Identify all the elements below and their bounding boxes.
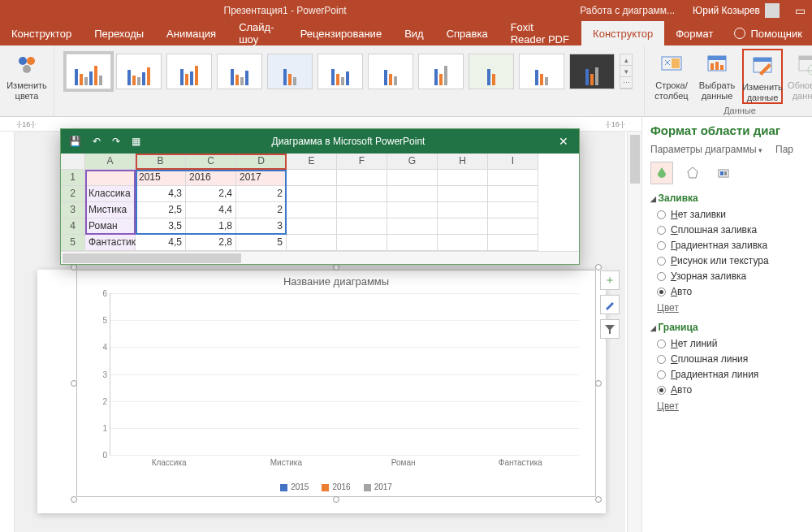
table-icon[interactable]: ▦: [132, 136, 140, 147]
chart-style-3[interactable]: [166, 54, 212, 89]
format-pane: Формат области диаг Параметры диаграммы …: [641, 117, 812, 532]
data-sheet-titlebar[interactable]: 💾 ↶ ↷ ▦ Диаграмма в Microsoft PowerPoint…: [61, 129, 579, 154]
workspace: ·|·16·|· ·|·16·|· Название диаграммы 012…: [0, 117, 812, 532]
tab-chart-format[interactable]: Формат: [664, 21, 724, 45]
select-data-button[interactable]: Выбрать данные: [697, 49, 737, 101]
chart-styles-more[interactable]: ▴▾⋯: [620, 54, 633, 89]
chart-filter-button[interactable]: [600, 319, 620, 339]
refresh-icon: [795, 52, 812, 78]
edit-data-button[interactable]: Изменить данные: [742, 49, 783, 104]
svg-rect-17: [720, 171, 723, 175]
svg-point-2: [23, 65, 31, 73]
data-sheet-title: Диаграмма в Microsoft PowerPoint: [152, 136, 545, 147]
slide-area: ·|·16·|· ·|·16·|· Название диаграммы 012…: [0, 117, 641, 532]
chart-style-1[interactable]: [66, 54, 111, 89]
svg-rect-18: [724, 171, 727, 175]
tab-review[interactable]: Рецензирование: [289, 21, 393, 45]
radio-option[interactable]: Сплошная линия: [657, 353, 807, 365]
fill-line-icon[interactable]: [650, 162, 673, 184]
chart-styles-gallery[interactable]: ▴▾⋯: [61, 49, 637, 116]
user-name: Юрий Козырев: [693, 5, 760, 16]
change-colors-button[interactable]: Изменить цвета: [6, 49, 47, 101]
bulb-icon: [734, 28, 745, 39]
tell-me[interactable]: Помощник: [724, 21, 812, 45]
data-sheet-grid[interactable]: ABCDEFGHI12015201620172Классика4,32,423М…: [61, 154, 579, 251]
avatar-icon: [765, 3, 780, 18]
data-sheet-window[interactable]: 💾 ↶ ↷ ▦ Диаграмма в Microsoft PowerPoint…: [60, 128, 580, 265]
select-data-icon: [704, 52, 730, 78]
svg-rect-6: [708, 56, 726, 60]
ribbon: Изменить цвета ▴▾⋯ Строка/ столбец: [0, 45, 812, 117]
redo-icon[interactable]: ↷: [112, 136, 120, 147]
svg-rect-7: [710, 63, 714, 70]
border-section-header[interactable]: Граница: [650, 322, 807, 333]
chart-style-6[interactable]: [317, 54, 363, 89]
title-bar: Презентация1 - PowerPoint Работа с диагр…: [0, 0, 812, 21]
format-category-icons: [650, 162, 807, 184]
group-colors: Изменить цвета: [0, 45, 54, 116]
svg-rect-4: [672, 58, 680, 68]
data-sheet-grid-wrap: ABCDEFGHI12015201620172Классика4,32,423М…: [61, 154, 579, 251]
effects-icon[interactable]: [681, 162, 704, 184]
format-pane-title: Формат области диаг: [650, 123, 807, 137]
chart-style-2[interactable]: [116, 54, 162, 89]
radio-option[interactable]: Рисунок или текстура: [657, 255, 807, 266]
switch-row-col-button[interactable]: Строка/ столбец: [651, 49, 692, 101]
window-restore-icon[interactable]: ▭: [788, 4, 812, 17]
radio-option[interactable]: Нет линий: [657, 338, 807, 349]
svg-point-1: [27, 57, 35, 65]
slide-canvas[interactable]: Название диаграммы 0123456КлассикаМистик…: [15, 132, 625, 532]
tab-design[interactable]: Конструктор: [0, 21, 83, 45]
svg-point-14: [808, 65, 812, 75]
tab-foxit[interactable]: Foxit Reader PDF: [499, 21, 581, 45]
radio-option[interactable]: Нет заливки: [657, 209, 807, 220]
chart-style-5[interactable]: [267, 54, 313, 89]
radio-option[interactable]: Авто: [657, 286, 807, 297]
ruler-vertical: [0, 132, 15, 532]
tab-chart-design[interactable]: Конструктор: [581, 21, 664, 45]
tab-help[interactable]: Справка: [435, 21, 499, 45]
switch-icon: [659, 52, 685, 78]
tab-slideshow[interactable]: Слайд-шоу: [227, 21, 289, 45]
radio-option[interactable]: Градиентная линия: [657, 369, 807, 380]
chart-elements-button[interactable]: ＋: [600, 270, 620, 290]
chart-styles-button[interactable]: [600, 295, 620, 314]
save-icon[interactable]: 💾: [69, 136, 81, 147]
chart-style-9[interactable]: [469, 54, 514, 89]
group-data-label: Данные: [723, 104, 756, 118]
text-options-tab[interactable]: Пар: [775, 144, 793, 155]
chart-style-11[interactable]: [569, 54, 615, 89]
window-title: Презентация1 - PowerPoint: [0, 5, 570, 16]
chart-side-buttons: ＋: [600, 270, 620, 339]
tab-animation[interactable]: Анимация: [155, 21, 227, 45]
ribbon-tabs: Конструктор Переходы Анимация Слайд-шоу …: [0, 21, 812, 45]
data-sheet-scrollbar[interactable]: [61, 251, 579, 264]
chart-object[interactable]: Название диаграммы 0123456КлассикаМистик…: [76, 270, 596, 497]
tab-view[interactable]: Вид: [393, 21, 435, 45]
radio-option[interactable]: Сплошная заливка: [657, 224, 807, 236]
size-props-icon[interactable]: [712, 162, 735, 184]
chart-legend[interactable]: 201520162017: [77, 482, 595, 491]
palette-icon: [14, 52, 40, 78]
tab-transitions[interactable]: Переходы: [83, 21, 155, 45]
undo-icon[interactable]: ↶: [93, 136, 101, 147]
refresh-data-button[interactable]: Обновить данные: [788, 49, 812, 101]
group-chart-styles: ▴▾⋯: [54, 45, 645, 116]
chart-plot-area[interactable]: 0123456КлассикаМистикаРоманФантастика: [110, 293, 579, 456]
chart-style-7[interactable]: [368, 54, 413, 89]
radio-option[interactable]: Авто: [657, 384, 807, 396]
radio-option[interactable]: Узорная заливка: [657, 270, 807, 282]
fill-color-link[interactable]: Цвет: [657, 302, 807, 314]
chart-title[interactable]: Название диаграммы: [77, 270, 595, 289]
chart-style-10[interactable]: [519, 54, 564, 89]
svg-rect-8: [715, 62, 719, 70]
user-area[interactable]: Юрий Козырев: [685, 3, 788, 18]
vertical-scrollbar[interactable]: [627, 132, 641, 532]
chart-style-8[interactable]: [418, 54, 464, 89]
chart-options-dropdown[interactable]: Параметры диаграммы: [650, 144, 762, 155]
chart-style-4[interactable]: [217, 54, 262, 89]
fill-section-header[interactable]: Заливка: [650, 192, 807, 204]
close-icon[interactable]: ✕: [556, 135, 571, 148]
radio-option[interactable]: Градиентная заливка: [657, 240, 807, 251]
border-color-link[interactable]: Цвет: [657, 400, 807, 412]
